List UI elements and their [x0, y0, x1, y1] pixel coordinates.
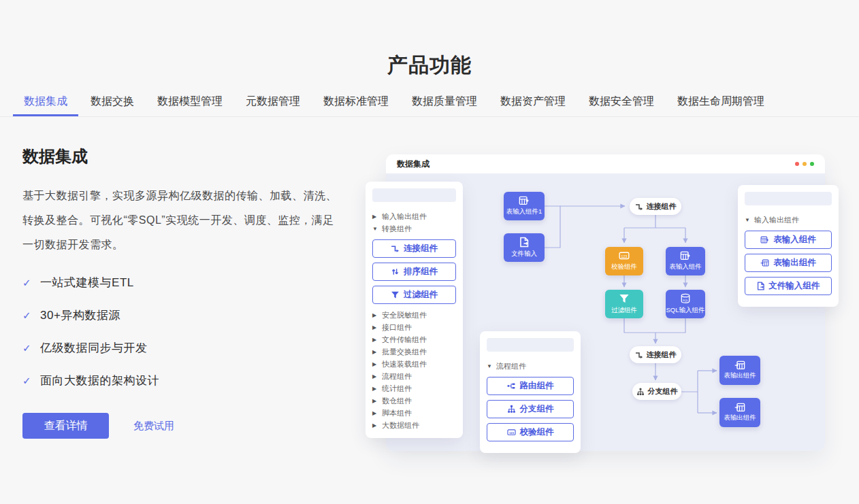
flow-node[interactable]: 表输出组件: [719, 356, 760, 385]
component-button[interactable]: 表输出组件: [745, 254, 832, 272]
flow-node[interactable]: 文件输入: [504, 233, 545, 262]
caret-down-icon: ▼: [372, 226, 378, 232]
flow-node-label: 表输出组件: [724, 414, 756, 422]
feature-description: 基于大数据引擎，实现多源异构亿级数据的传输、加载、清洗、转换及整合。可视化“零S…: [22, 184, 337, 257]
component-button[interactable]: 路由组件: [487, 377, 574, 395]
tab-6[interactable]: 数据资产管理: [489, 88, 577, 116]
tree-group[interactable]: ▶大数据组件: [372, 419, 456, 431]
component-button-label: 排序组件: [404, 266, 438, 278]
tree-group[interactable]: ▶批量交换组件: [372, 346, 456, 358]
component-search-input[interactable]: [372, 188, 456, 202]
feature-summary: 数据集成 基于大数据引擎，实现多源异构亿级数据的传输、加载、清洗、转换及整合。可…: [22, 146, 342, 439]
flow-node-label: 表输出组件: [724, 371, 756, 380]
table-in-icon: [680, 251, 691, 261]
tree-group[interactable]: ▼流程组件: [487, 360, 574, 372]
branch-icon: [636, 388, 645, 396]
flow-node[interactable]: 表输出组件: [719, 398, 760, 427]
component-button[interactable]: 排序组件: [372, 263, 456, 281]
caret-right-icon: ▶: [372, 312, 378, 318]
connector-icon: [635, 203, 643, 211]
flow-node[interactable]: 过滤组件: [605, 290, 643, 318]
flow-node[interactable]: 123校验组件: [605, 247, 643, 275]
component-search-input[interactable]: [487, 338, 574, 352]
caret-right-icon: ▶: [372, 410, 378, 416]
view-details-button[interactable]: 查看详情: [22, 413, 109, 439]
tree-group-label: 批量交换组件: [382, 347, 427, 357]
component-button[interactable]: 连接组件: [372, 239, 456, 258]
tree-group[interactable]: ▶脚本组件: [372, 407, 456, 419]
tree-group-label: 文件传输组件: [382, 335, 427, 345]
component-button-label: 文件输入组件: [768, 280, 820, 292]
component-button[interactable]: 123校验组件: [487, 423, 574, 441]
tree-group[interactable]: ▶接口组件: [372, 321, 456, 333]
tree-group-label: 输入输出组件: [382, 212, 427, 222]
caret-down-icon: ▼: [487, 363, 493, 369]
flow-node[interactable]: SQLSQL输入组件: [666, 290, 705, 318]
file-in-icon: [519, 237, 529, 248]
check-123-icon: 123: [507, 429, 516, 436]
caret-right-icon: ▶: [372, 361, 378, 367]
svg-text:123: 123: [508, 431, 514, 435]
tab-1[interactable]: 数据交换: [80, 88, 145, 116]
flow-pill-node[interactable]: 分支组件: [632, 383, 681, 400]
free-trial-link[interactable]: 免费试用: [133, 420, 174, 433]
tab-5[interactable]: 数据质量管理: [401, 88, 488, 116]
tree-group[interactable]: ▼转换组件: [372, 222, 456, 235]
feature-bullet: ✓面向大数据的架构设计: [22, 373, 342, 388]
tree-group[interactable]: ▼输入输出组件: [745, 214, 832, 226]
table-out-icon: [734, 403, 745, 412]
flow-node[interactable]: 表输入组件1: [504, 192, 545, 220]
check-icon: ✓: [22, 277, 31, 289]
caret-right-icon: ▶: [372, 349, 378, 355]
feature-bullet: ✓30+异构数据源: [22, 307, 342, 323]
tree-group[interactable]: ▶数仓组件: [372, 394, 456, 407]
tab-3[interactable]: 元数据管理: [235, 88, 311, 116]
tree-group[interactable]: ▶文件传输组件: [372, 333, 456, 346]
flow-pill-node[interactable]: 连接组件: [630, 346, 681, 363]
component-button[interactable]: 文件输入组件: [745, 277, 832, 295]
flow-pill-node[interactable]: 连接组件: [630, 198, 681, 215]
svg-text:SQL: SQL: [683, 299, 689, 302]
page-title: 产品功能: [0, 52, 859, 80]
tab-0[interactable]: 数据集成: [13, 88, 78, 116]
component-button-label: 连接组件: [404, 243, 438, 254]
tree-group[interactable]: ▶输入输出组件: [372, 210, 456, 222]
feature-bullet-list: ✓一站式建模与ETL✓30+异构数据源✓亿级数据同步与开发✓面向大数据的架构设计: [22, 275, 342, 388]
tree-group-label: 快速装载组件: [382, 359, 427, 369]
tree-group-label: 脚本组件: [382, 408, 412, 418]
component-button[interactable]: 分支组件: [487, 400, 574, 418]
tree-group[interactable]: ▶快速装载组件: [372, 358, 456, 370]
feature-bullet: ✓亿级数据同步与开发: [22, 340, 342, 356]
component-button-label: 过滤组件: [404, 289, 438, 301]
flow-node-label: 连接组件: [647, 201, 677, 212]
cta-row: 查看详情 免费试用: [22, 413, 342, 439]
component-button[interactable]: 表输入组件: [745, 231, 832, 249]
tree-group[interactable]: ▶统计组件: [372, 382, 456, 394]
feature-bullet-label: 面向大数据的架构设计: [40, 373, 159, 388]
feature-heading: 数据集成: [22, 146, 342, 167]
check-icon: ✓: [22, 375, 31, 387]
file-in-icon: [757, 282, 765, 290]
tab-4[interactable]: 数据标准管理: [312, 88, 400, 116]
component-search-input[interactable]: [745, 192, 832, 205]
flow-node[interactable]: 表输入组件: [666, 247, 705, 275]
branch-icon: [507, 405, 516, 414]
check-123-icon: 123: [619, 251, 630, 261]
table-out-icon: [760, 259, 769, 267]
component-button[interactable]: 过滤组件: [372, 286, 456, 304]
tree-group[interactable]: ▶安全脱敏组件: [372, 309, 456, 321]
caret-right-icon: ▶: [372, 214, 378, 220]
tree-group[interactable]: ▶流程组件: [372, 370, 456, 382]
check-icon: ✓: [22, 309, 31, 322]
feature-bullet: ✓一站式建模与ETL: [22, 275, 342, 290]
table-out-icon: [734, 360, 745, 370]
tab-2[interactable]: 数据模型管理: [146, 88, 233, 116]
table-in-icon: [760, 236, 769, 243]
svg-text:123: 123: [621, 254, 628, 258]
feature-bullet-label: 亿级数据同步与开发: [40, 340, 148, 356]
tab-8[interactable]: 数据生命周期管理: [666, 88, 775, 116]
flow-node-label: 分支组件: [648, 386, 678, 397]
caret-right-icon: ▶: [372, 373, 378, 380]
tab-7[interactable]: 数据安全管理: [578, 88, 665, 116]
connector-icon: [391, 244, 400, 253]
